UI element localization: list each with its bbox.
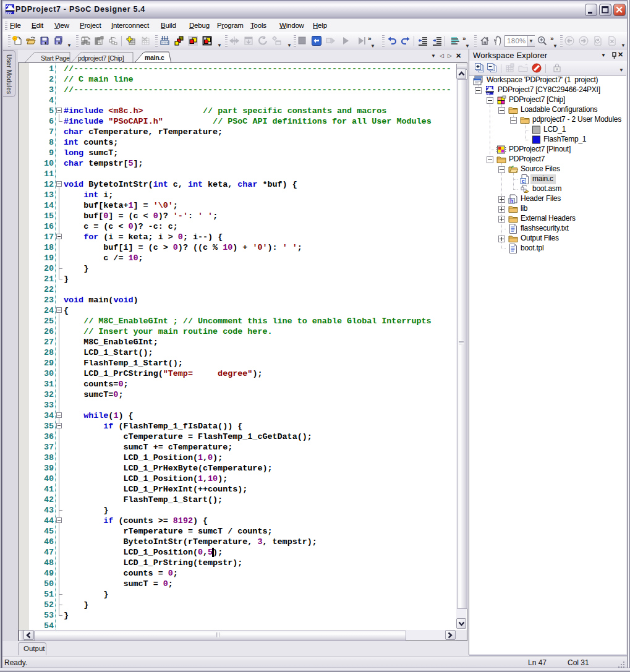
svg-text:h: h (510, 198, 513, 204)
svg-text:c: c (522, 178, 525, 184)
